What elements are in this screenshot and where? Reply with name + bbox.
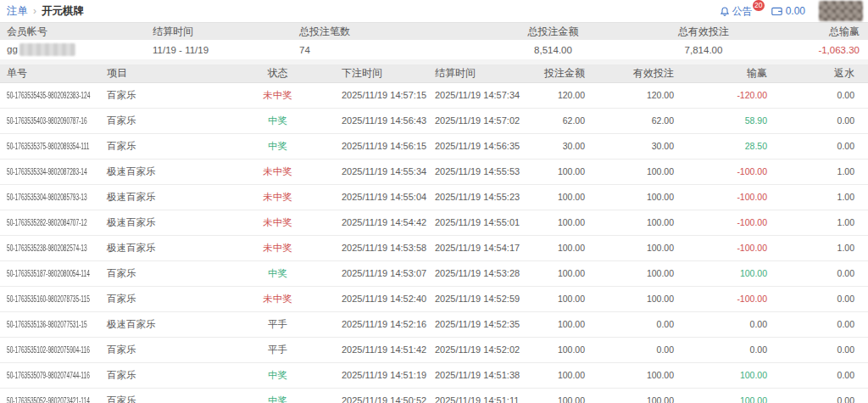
- order-id: 50-1763535160-9802078735-115: [7, 294, 96, 305]
- table-row: 50-1763535238-9802082574-13 极速百家乐 未中奖 20…: [0, 235, 868, 260]
- table-row: 50-1763535304-9802085793-13 极速百家乐 未中奖 20…: [0, 184, 868, 210]
- winloss-value: -100.00: [682, 235, 776, 260]
- game-name: 百家乐: [100, 362, 220, 388]
- total-bet-count: 74: [292, 40, 475, 59]
- bet-amount: 100.00: [521, 388, 593, 403]
- settle-time: 2025/11/19 14:52:59: [428, 286, 521, 311]
- game-name: 百家乐: [100, 82, 220, 108]
- table-row: 50-1763535435-9802092383-124 百家乐 未中奖 202…: [0, 82, 868, 108]
- bet-time: 2025/11/19 14:51:19: [335, 362, 428, 388]
- bet-time: 2025/11/19 14:52:16: [335, 311, 428, 337]
- settle-time: 2025/11/19 14:55:01: [428, 210, 521, 235]
- wallet-icon: [771, 6, 782, 16]
- user-avatar[interactable]: [819, 1, 863, 21]
- summary-table: 会员帐号 结算时间 总投注笔数 总投注金额 总有效投注 总输赢 gg 11/19…: [0, 23, 868, 59]
- valid-bet: 100.00: [593, 184, 682, 210]
- winloss-value: -100.00: [682, 184, 776, 210]
- bet-amount: 100.00: [521, 159, 593, 184]
- rebate-value: 0.00: [776, 82, 868, 108]
- winloss-value: -100.00: [682, 159, 776, 184]
- breadcrumb-link-orders[interactable]: 注单: [7, 4, 28, 19]
- winloss-value: 100.00: [682, 362, 776, 388]
- order-id: 50-1763535187-9802080054-114: [7, 268, 96, 279]
- winloss-value: -100.00: [682, 286, 776, 311]
- bet-amount: 100.00: [521, 210, 593, 235]
- status-badge: 未中奖: [220, 159, 335, 184]
- status-badge: 未中奖: [220, 210, 335, 235]
- summary-header-total-winloss: 总输赢: [776, 23, 868, 40]
- rebate-value: 0.00: [776, 311, 868, 337]
- bet-time: 2025/11/19 14:53:58: [335, 235, 428, 260]
- valid-bet: 62.00: [593, 108, 682, 133]
- valid-bet: 100.00: [593, 210, 682, 235]
- summary-header-settle-time: 结算时间: [146, 23, 292, 40]
- header-bet-time: 下注时间: [335, 64, 428, 82]
- valid-bet: 30.00: [593, 133, 682, 159]
- bet-amount: 62.00: [521, 108, 593, 133]
- status-badge: 中奖: [220, 388, 335, 403]
- bet-time: 2025/11/19 14:50:52: [335, 388, 428, 403]
- member-account: gg: [0, 40, 146, 59]
- bet-time: 2025/11/19 14:55:04: [335, 184, 428, 210]
- balance-button[interactable]: 0.00: [771, 5, 805, 17]
- settle-period: 11/19 - 11/19: [146, 40, 292, 59]
- bet-time: 2025/11/19 14:52:40: [335, 286, 428, 311]
- status-badge: 平手: [220, 311, 335, 337]
- status-badge: 平手: [220, 337, 335, 362]
- bet-time: 2025/11/19 14:54:42: [335, 210, 428, 235]
- table-row: 50-1763535187-9802080054-114 百家乐 中奖 2025…: [0, 260, 868, 286]
- bet-amount: 120.00: [521, 82, 593, 108]
- winloss-value: -120.00: [682, 82, 776, 108]
- winloss-value: 58.90: [682, 108, 776, 133]
- game-name: 百家乐: [100, 388, 220, 403]
- rebate-value: 0.00: [776, 337, 868, 362]
- bet-time: 2025/11/19 14:53:07: [335, 260, 428, 286]
- summary-header-total-amount: 总投注金额: [475, 23, 632, 40]
- announcement-label: 公告: [732, 4, 753, 19]
- winloss-value: 28.50: [682, 133, 776, 159]
- announcement-button[interactable]: 公告 20: [720, 4, 753, 19]
- valid-bet: 100.00: [593, 159, 682, 184]
- header-status: 状态: [220, 64, 335, 82]
- summary-header-total-valid: 总有效投注: [632, 23, 776, 40]
- breadcrumb-separator: ›: [33, 5, 36, 17]
- header-winloss: 输赢: [682, 64, 776, 82]
- bet-amount: 100.00: [521, 311, 593, 337]
- table-row: 50-1763535136-9802077531-15 极速百家乐 平手 202…: [0, 311, 868, 337]
- balance-value: 0.00: [786, 5, 805, 17]
- bet-table-header-row: 单号 项目 状态 下注时间 结算时间 投注金额 有效投注 输赢 返水: [0, 64, 868, 82]
- bet-table: 单号 项目 状态 下注时间 结算时间 投注金额 有效投注 输赢 返水 50-17…: [0, 64, 868, 403]
- header-game: 项目: [100, 64, 220, 82]
- settle-time: 2025/11/19 14:52:35: [428, 311, 521, 337]
- order-id: 50-1763535375-9802089354-111: [7, 141, 96, 152]
- table-row: 50-1763535079-9802074744-116 百家乐 中奖 2025…: [0, 362, 868, 388]
- rebate-value: 1.00: [776, 235, 868, 260]
- page-title: 开元棋牌: [42, 4, 84, 19]
- announcement-badge: 20: [753, 0, 765, 11]
- header-settle-time: 结算时间: [428, 64, 521, 82]
- settle-time: 2025/11/19 14:54:17: [428, 235, 521, 260]
- rebate-value: 0.00: [776, 260, 868, 286]
- settle-time: 2025/11/19 14:56:35: [428, 133, 521, 159]
- settle-time: 2025/11/19 14:57:02: [428, 108, 521, 133]
- status-badge: 中奖: [220, 133, 335, 159]
- settle-time: 2025/11/19 14:53:28: [428, 260, 521, 286]
- bet-time: 2025/11/19 14:51:42: [335, 337, 428, 362]
- status-badge: 未中奖: [220, 286, 335, 311]
- status-badge: 未中奖: [220, 184, 335, 210]
- settle-time: 2025/11/19 14:52:02: [428, 337, 521, 362]
- settle-time: 2025/11/19 14:55:53: [428, 159, 521, 184]
- summary-header-total-count: 总投注笔数: [292, 23, 475, 40]
- winloss-value: 100.00: [682, 388, 776, 403]
- table-row: 50-1763535334-9802087283-14 极速百家乐 未中奖 20…: [0, 159, 868, 184]
- game-name: 极速百家乐: [100, 184, 220, 210]
- settle-time: 2025/11/19 14:55:23: [428, 184, 521, 210]
- bet-amount: 100.00: [521, 337, 593, 362]
- valid-bet: 100.00: [593, 362, 682, 388]
- summary-header-row: 会员帐号 结算时间 总投注笔数 总投注金额 总有效投注 总输赢: [0, 23, 868, 40]
- summary-value-row: gg 11/19 - 11/19 74 8,514.00 7,814.00 -1…: [0, 40, 868, 59]
- winloss-value: 0.00: [682, 311, 776, 337]
- table-row: 50-1763535102-9802075904-116 百家乐 平手 2025…: [0, 337, 868, 362]
- bet-amount: 100.00: [521, 184, 593, 210]
- bet-amount: 100.00: [521, 362, 593, 388]
